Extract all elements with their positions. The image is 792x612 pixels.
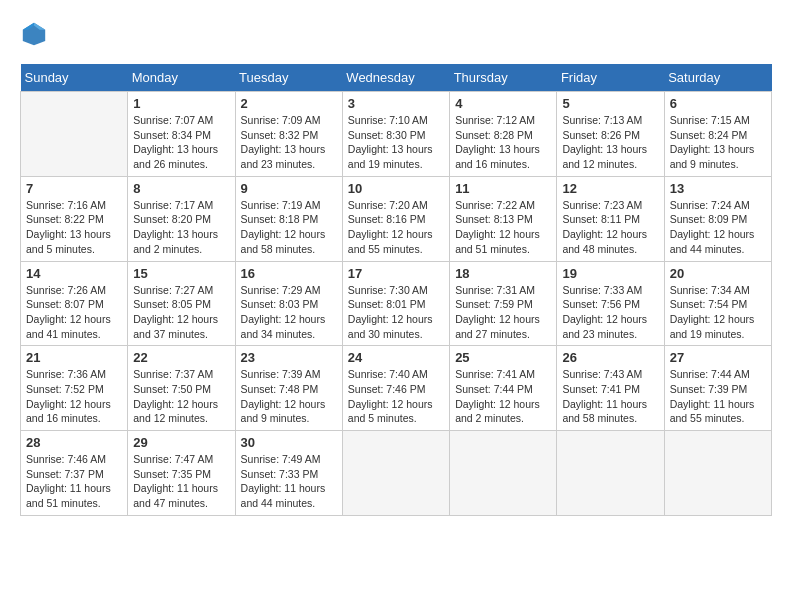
- day-of-week-header: Thursday: [450, 64, 557, 92]
- calendar-day-cell: 18 Sunrise: 7:31 AMSunset: 7:59 PMDaylig…: [450, 261, 557, 346]
- calendar-day-cell: 19 Sunrise: 7:33 AMSunset: 7:56 PMDaylig…: [557, 261, 664, 346]
- day-number: 12: [562, 181, 658, 196]
- day-of-week-header: Wednesday: [342, 64, 449, 92]
- calendar-day-cell: 27 Sunrise: 7:44 AMSunset: 7:39 PMDaylig…: [664, 346, 771, 431]
- day-info: Sunrise: 7:43 AMSunset: 7:41 PMDaylight:…: [562, 367, 658, 426]
- day-info: Sunrise: 7:40 AMSunset: 7:46 PMDaylight:…: [348, 367, 444, 426]
- calendar-day-cell: 3 Sunrise: 7:10 AMSunset: 8:30 PMDayligh…: [342, 92, 449, 177]
- calendar-week-row: 7 Sunrise: 7:16 AMSunset: 8:22 PMDayligh…: [21, 176, 772, 261]
- page-header: [20, 20, 772, 48]
- calendar-day-cell: 14 Sunrise: 7:26 AMSunset: 8:07 PMDaylig…: [21, 261, 128, 346]
- day-info: Sunrise: 7:31 AMSunset: 7:59 PMDaylight:…: [455, 283, 551, 342]
- day-number: 11: [455, 181, 551, 196]
- day-number: 24: [348, 350, 444, 365]
- day-number: 20: [670, 266, 766, 281]
- day-number: 28: [26, 435, 122, 450]
- day-info: Sunrise: 7:37 AMSunset: 7:50 PMDaylight:…: [133, 367, 229, 426]
- calendar-day-cell: 28 Sunrise: 7:46 AMSunset: 7:37 PMDaylig…: [21, 431, 128, 516]
- calendar-day-cell: [664, 431, 771, 516]
- day-info: Sunrise: 7:30 AMSunset: 8:01 PMDaylight:…: [348, 283, 444, 342]
- calendar-day-cell: 13 Sunrise: 7:24 AMSunset: 8:09 PMDaylig…: [664, 176, 771, 261]
- day-number: 17: [348, 266, 444, 281]
- logo-icon: [20, 20, 48, 48]
- day-number: 25: [455, 350, 551, 365]
- day-number: 29: [133, 435, 229, 450]
- calendar-day-cell: 20 Sunrise: 7:34 AMSunset: 7:54 PMDaylig…: [664, 261, 771, 346]
- day-info: Sunrise: 7:22 AMSunset: 8:13 PMDaylight:…: [455, 198, 551, 257]
- day-info: Sunrise: 7:12 AMSunset: 8:28 PMDaylight:…: [455, 113, 551, 172]
- day-number: 23: [241, 350, 337, 365]
- day-number: 18: [455, 266, 551, 281]
- calendar-day-cell: 30 Sunrise: 7:49 AMSunset: 7:33 PMDaylig…: [235, 431, 342, 516]
- day-number: 1: [133, 96, 229, 111]
- day-number: 26: [562, 350, 658, 365]
- day-number: 7: [26, 181, 122, 196]
- day-number: 14: [26, 266, 122, 281]
- day-info: Sunrise: 7:17 AMSunset: 8:20 PMDaylight:…: [133, 198, 229, 257]
- calendar-day-cell: 10 Sunrise: 7:20 AMSunset: 8:16 PMDaylig…: [342, 176, 449, 261]
- day-info: Sunrise: 7:15 AMSunset: 8:24 PMDaylight:…: [670, 113, 766, 172]
- day-info: Sunrise: 7:47 AMSunset: 7:35 PMDaylight:…: [133, 452, 229, 511]
- calendar-day-cell: 23 Sunrise: 7:39 AMSunset: 7:48 PMDaylig…: [235, 346, 342, 431]
- day-number: 30: [241, 435, 337, 450]
- day-of-week-header: Tuesday: [235, 64, 342, 92]
- day-info: Sunrise: 7:19 AMSunset: 8:18 PMDaylight:…: [241, 198, 337, 257]
- day-number: 13: [670, 181, 766, 196]
- day-number: 16: [241, 266, 337, 281]
- calendar-day-cell: 22 Sunrise: 7:37 AMSunset: 7:50 PMDaylig…: [128, 346, 235, 431]
- day-info: Sunrise: 7:16 AMSunset: 8:22 PMDaylight:…: [26, 198, 122, 257]
- day-info: Sunrise: 7:34 AMSunset: 7:54 PMDaylight:…: [670, 283, 766, 342]
- day-info: Sunrise: 7:36 AMSunset: 7:52 PMDaylight:…: [26, 367, 122, 426]
- day-number: 9: [241, 181, 337, 196]
- day-info: Sunrise: 7:46 AMSunset: 7:37 PMDaylight:…: [26, 452, 122, 511]
- day-info: Sunrise: 7:41 AMSunset: 7:44 PMDaylight:…: [455, 367, 551, 426]
- calendar-day-cell: 9 Sunrise: 7:19 AMSunset: 8:18 PMDayligh…: [235, 176, 342, 261]
- calendar-day-cell: 15 Sunrise: 7:27 AMSunset: 8:05 PMDaylig…: [128, 261, 235, 346]
- day-number: 27: [670, 350, 766, 365]
- day-number: 21: [26, 350, 122, 365]
- calendar-week-row: 21 Sunrise: 7:36 AMSunset: 7:52 PMDaylig…: [21, 346, 772, 431]
- day-info: Sunrise: 7:13 AMSunset: 8:26 PMDaylight:…: [562, 113, 658, 172]
- calendar-day-cell: [342, 431, 449, 516]
- calendar-day-cell: 6 Sunrise: 7:15 AMSunset: 8:24 PMDayligh…: [664, 92, 771, 177]
- day-info: Sunrise: 7:09 AMSunset: 8:32 PMDaylight:…: [241, 113, 337, 172]
- day-number: 2: [241, 96, 337, 111]
- day-number: 22: [133, 350, 229, 365]
- calendar-week-row: 1 Sunrise: 7:07 AMSunset: 8:34 PMDayligh…: [21, 92, 772, 177]
- day-number: 19: [562, 266, 658, 281]
- day-info: Sunrise: 7:10 AMSunset: 8:30 PMDaylight:…: [348, 113, 444, 172]
- day-info: Sunrise: 7:26 AMSunset: 8:07 PMDaylight:…: [26, 283, 122, 342]
- calendar-day-cell: 24 Sunrise: 7:40 AMSunset: 7:46 PMDaylig…: [342, 346, 449, 431]
- calendar-day-cell: 8 Sunrise: 7:17 AMSunset: 8:20 PMDayligh…: [128, 176, 235, 261]
- day-of-week-header: Saturday: [664, 64, 771, 92]
- day-number: 6: [670, 96, 766, 111]
- calendar-day-cell: 11 Sunrise: 7:22 AMSunset: 8:13 PMDaylig…: [450, 176, 557, 261]
- day-info: Sunrise: 7:20 AMSunset: 8:16 PMDaylight:…: [348, 198, 444, 257]
- calendar-day-cell: 25 Sunrise: 7:41 AMSunset: 7:44 PMDaylig…: [450, 346, 557, 431]
- calendar-day-cell: [557, 431, 664, 516]
- day-info: Sunrise: 7:49 AMSunset: 7:33 PMDaylight:…: [241, 452, 337, 511]
- day-number: 5: [562, 96, 658, 111]
- day-of-week-header: Monday: [128, 64, 235, 92]
- day-number: 3: [348, 96, 444, 111]
- day-number: 8: [133, 181, 229, 196]
- calendar-day-cell: 12 Sunrise: 7:23 AMSunset: 8:11 PMDaylig…: [557, 176, 664, 261]
- calendar-day-cell: 2 Sunrise: 7:09 AMSunset: 8:32 PMDayligh…: [235, 92, 342, 177]
- day-number: 15: [133, 266, 229, 281]
- calendar-day-cell: 7 Sunrise: 7:16 AMSunset: 8:22 PMDayligh…: [21, 176, 128, 261]
- calendar-day-cell: 16 Sunrise: 7:29 AMSunset: 8:03 PMDaylig…: [235, 261, 342, 346]
- calendar-day-cell: 26 Sunrise: 7:43 AMSunset: 7:41 PMDaylig…: [557, 346, 664, 431]
- day-number: 10: [348, 181, 444, 196]
- calendar-day-cell: 17 Sunrise: 7:30 AMSunset: 8:01 PMDaylig…: [342, 261, 449, 346]
- calendar-day-cell: 21 Sunrise: 7:36 AMSunset: 7:52 PMDaylig…: [21, 346, 128, 431]
- calendar-table: SundayMondayTuesdayWednesdayThursdayFrid…: [20, 64, 772, 516]
- day-of-week-header: Friday: [557, 64, 664, 92]
- calendar-week-row: 14 Sunrise: 7:26 AMSunset: 8:07 PMDaylig…: [21, 261, 772, 346]
- day-of-week-header: Sunday: [21, 64, 128, 92]
- day-number: 4: [455, 96, 551, 111]
- day-info: Sunrise: 7:24 AMSunset: 8:09 PMDaylight:…: [670, 198, 766, 257]
- calendar-day-cell: 4 Sunrise: 7:12 AMSunset: 8:28 PMDayligh…: [450, 92, 557, 177]
- calendar-week-row: 28 Sunrise: 7:46 AMSunset: 7:37 PMDaylig…: [21, 431, 772, 516]
- calendar-day-cell: 1 Sunrise: 7:07 AMSunset: 8:34 PMDayligh…: [128, 92, 235, 177]
- day-info: Sunrise: 7:29 AMSunset: 8:03 PMDaylight:…: [241, 283, 337, 342]
